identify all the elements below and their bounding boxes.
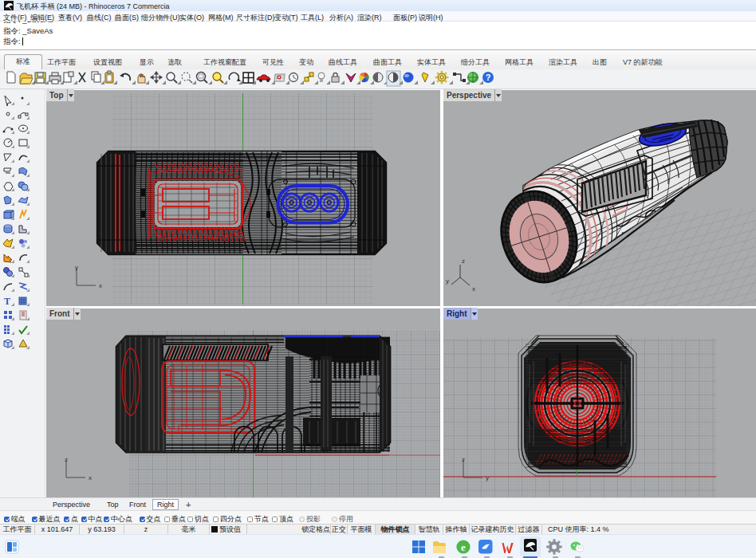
svg-text:y: y bbox=[446, 277, 449, 285]
svg-text:y: y bbox=[486, 474, 489, 481]
svg-text:?: ? bbox=[486, 73, 491, 82]
svg-text:e: e bbox=[461, 541, 466, 553]
svg-text:x: x bbox=[472, 285, 475, 293]
svg-text:y: y bbox=[75, 264, 78, 271]
svg-text:z: z bbox=[462, 456, 465, 463]
svg-text:T: T bbox=[4, 296, 10, 307]
svg-text:z: z bbox=[462, 257, 465, 265]
svg-text:x: x bbox=[89, 474, 92, 481]
svg-text:z: z bbox=[65, 456, 68, 463]
svg-text:x: x bbox=[99, 282, 102, 289]
